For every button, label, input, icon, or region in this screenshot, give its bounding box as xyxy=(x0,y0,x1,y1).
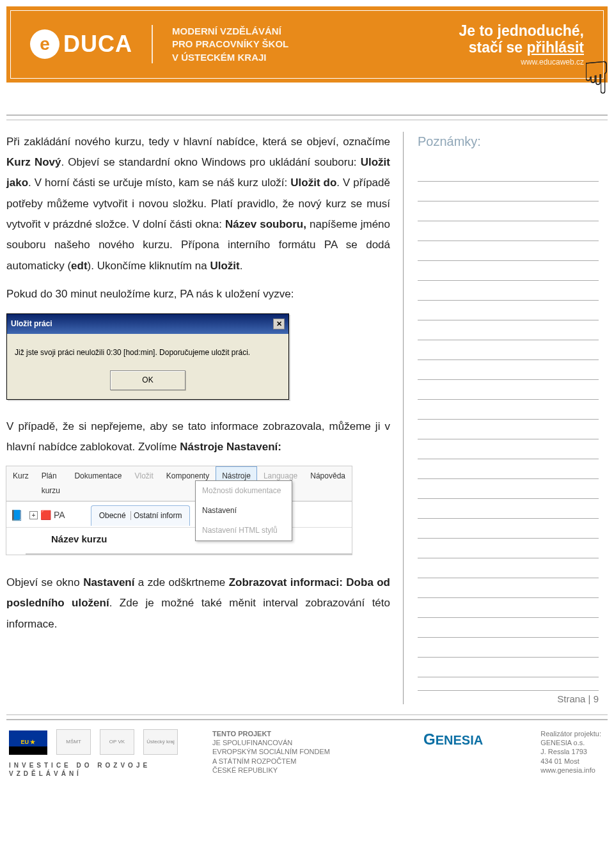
header-subtitle: MODERNÍ VZDĚLÁVÁNÍ PRO PRACOVNÍKY ŠKOL V… xyxy=(172,25,288,64)
note-line xyxy=(418,301,599,320)
note-line xyxy=(418,499,599,519)
paragraph-2: Pokud do 30 minut neuložíme kurz, PA nás… xyxy=(6,284,390,304)
tools-dropdown: Možnosti dokumentace Nastavení Nastavení… xyxy=(195,480,292,541)
horizontal-divider xyxy=(6,114,608,120)
dropdown-nastaveni[interactable]: Nastavení xyxy=(196,501,292,521)
note-line xyxy=(418,162,599,182)
logo-e-icon: e xyxy=(30,29,59,59)
subtitle-line: MODERNÍ VZDĚLÁVÁNÍ xyxy=(172,25,288,38)
slogan-line1: Je to jednoduché, xyxy=(459,22,584,39)
tree-node[interactable]: + 🟥 PA xyxy=(29,507,65,524)
paragraph-4: Objeví se okno Nastavení a zde odškrtnem… xyxy=(6,572,390,635)
dropdown-moznosti: Možnosti dokumentace xyxy=(196,481,292,501)
note-line xyxy=(418,182,599,201)
note-line xyxy=(418,598,599,618)
educa-logo: e DUCA xyxy=(30,29,132,59)
note-line xyxy=(418,618,599,638)
ok-button[interactable]: OK xyxy=(110,370,185,390)
subtitle-line: V ÚSTECKÉM KRAJI xyxy=(172,51,288,64)
header-url[interactable]: www.educaweb.cz xyxy=(459,58,584,67)
page-header: e DUCA MODERNÍ VZDĚLÁVÁNÍ PRO PRACOVNÍKY… xyxy=(6,6,608,83)
note-line xyxy=(418,400,599,420)
paragraph-1: Při zakládání nového kurzu, tedy v hlavn… xyxy=(6,132,390,276)
register-link[interactable]: přihlásit xyxy=(527,39,584,56)
dropdown-html-styly: Nastavení HTML stylů xyxy=(196,521,292,541)
tree-label: PA xyxy=(54,507,65,524)
folder-icon: 🟥 xyxy=(40,507,51,524)
note-line xyxy=(418,638,599,658)
region-logo-icon: Ústecký kraj xyxy=(143,729,178,755)
menu-plan-kurzu[interactable]: Plán kurzu xyxy=(35,466,68,501)
note-line xyxy=(418,558,599,578)
paragraph-3: V případě, že si nepřejeme, aby se tato … xyxy=(6,416,390,458)
book-icon[interactable]: 📘 xyxy=(10,506,23,525)
logo-text: DUCA xyxy=(63,31,132,58)
menubar: Kurz Plán kurzu Dokumentace Vložit Kompo… xyxy=(6,466,352,501)
horizontal-divider xyxy=(6,714,608,720)
slogan-line2a: stačí se xyxy=(469,39,527,56)
header-slogan: Je to jednoduché, stačí se přihlásit www… xyxy=(459,22,584,67)
menubar-screenshot: Kurz Plán kurzu Dokumentace Vložit Kompo… xyxy=(6,466,352,555)
main-content: Při zakládání nového kurzu, tedy v hlavn… xyxy=(6,132,390,704)
menu-kurz[interactable]: Kurz xyxy=(6,466,35,501)
footer-funding-text: TENTO PROJEKT JE SPOLUFINANCOVÁN EVROPSK… xyxy=(212,729,366,775)
note-line xyxy=(418,539,599,558)
notes-sidebar: Poznámky: Strana | 9 xyxy=(403,132,608,704)
genesia-logo: GENESIA xyxy=(423,733,483,747)
note-line xyxy=(418,241,599,261)
menu-dokumentace[interactable]: Dokumentace xyxy=(68,466,128,501)
cursor-hand-icon: ☟ xyxy=(583,52,610,104)
divider-icon xyxy=(152,25,153,63)
note-line xyxy=(418,360,599,380)
plus-icon[interactable]: + xyxy=(29,511,38,519)
tab-obecne[interactable]: Obecné Ostatní inform xyxy=(91,505,191,526)
close-icon[interactable]: ✕ xyxy=(273,319,285,329)
note-line xyxy=(418,519,599,539)
note-line xyxy=(418,459,599,479)
note-line xyxy=(418,479,599,499)
msmt-logo-icon: MŠMT xyxy=(56,729,91,755)
footer-contact: Realizátor projektu: GENESIA o.s. J. Res… xyxy=(540,729,601,775)
menu-napoveda[interactable]: Nápověda xyxy=(304,466,352,501)
menu-vlozit: Vložit xyxy=(128,466,159,501)
page-footer: EU ★ MŠMT OP VK Ústecký kraj INVESTICE D… xyxy=(0,727,614,791)
eu-flag-icon: EU ★ xyxy=(9,730,47,755)
note-line xyxy=(418,420,599,439)
dialog-title: Uložit práci xyxy=(11,317,52,331)
note-line xyxy=(418,439,599,459)
note-line xyxy=(418,221,599,241)
note-line xyxy=(418,281,599,301)
note-line xyxy=(418,340,599,360)
note-line xyxy=(418,201,599,221)
note-line xyxy=(418,261,599,281)
page-number: Strana | 9 xyxy=(418,690,599,704)
course-title-label: Název kurzu xyxy=(26,528,352,555)
note-line xyxy=(418,658,599,677)
note-line xyxy=(418,380,599,400)
notes-title: Poznámky: xyxy=(418,134,599,149)
invest-tagline: INVESTICE DO ROZVOJE VZDĚLÁVÁNÍ xyxy=(9,761,201,778)
dialog-message: Již jste svoji práci neuložili 0:30 [hod… xyxy=(15,345,281,360)
note-line xyxy=(418,578,599,598)
note-line xyxy=(418,320,599,340)
save-work-dialog: Uložit práci ✕ Již jste svoji práci neul… xyxy=(6,313,289,399)
opvk-logo-icon: OP VK xyxy=(100,729,134,755)
subtitle-line: PRO PRACOVNÍKY ŠKOL xyxy=(172,38,288,51)
